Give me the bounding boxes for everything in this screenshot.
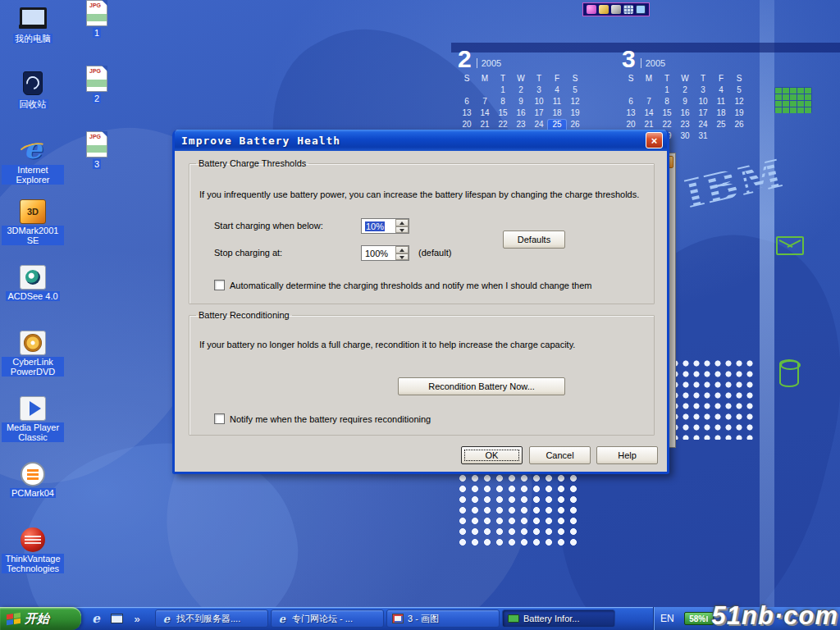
taskbar-task-button[interactable]: 找不到服务器.... bbox=[155, 609, 268, 628]
desktop-icon-image bbox=[18, 68, 48, 98]
stop-threshold-spinner[interactable]: 100% bbox=[361, 245, 409, 261]
desktop-icon[interactable]: 回收站 bbox=[2, 68, 64, 134]
close-icon[interactable] bbox=[646, 132, 663, 148]
watermark: 51nb·com bbox=[712, 601, 838, 630]
desktop-icon-label: PCMark04 bbox=[10, 488, 56, 498]
language-indicator[interactable]: EN bbox=[660, 613, 674, 624]
jpg-file-icon bbox=[86, 0, 107, 26]
spin-down-icon[interactable] bbox=[395, 253, 409, 261]
desktop-file-label: 2 bbox=[93, 94, 101, 103]
defaults-button[interactable]: Defaults bbox=[503, 231, 565, 249]
calendar-day: 18 bbox=[712, 108, 730, 120]
calendar-year: 2005 bbox=[641, 58, 665, 68]
battery-tray-icon[interactable]: 58% bbox=[684, 612, 714, 625]
desktop-file-icon[interactable]: 3 bbox=[77, 131, 116, 197]
spin-up-icon[interactable] bbox=[395, 219, 409, 226]
calendar-day: 10 bbox=[694, 97, 712, 108]
jpg-file-icon bbox=[86, 131, 107, 158]
desktop-icon[interactable]: CyberLink PowerDVD bbox=[2, 331, 64, 396]
cancel-button[interactable]: Cancel bbox=[529, 446, 591, 464]
calendar-day: 1 bbox=[494, 85, 512, 97]
calendar-day: 24 bbox=[694, 120, 712, 131]
spin-down-icon[interactable] bbox=[395, 226, 409, 234]
notify-reconditioning-checkbox[interactable]: Notify me when the battery requires reco… bbox=[214, 413, 431, 424]
desktop-icon[interactable]: PCMark04 bbox=[2, 462, 64, 527]
desktop-file-icon[interactable]: 1 bbox=[77, 0, 116, 66]
desktop-icon[interactable]: Internet Explorer bbox=[2, 134, 64, 199]
windows-logo-icon bbox=[7, 612, 21, 624]
calendar-day: 30 bbox=[676, 131, 694, 143]
calendar-day-header: F bbox=[712, 74, 730, 85]
calendar-day: 4 bbox=[548, 85, 566, 97]
calendar-day: 31 bbox=[694, 131, 712, 143]
calendar-day: 19 bbox=[566, 108, 584, 120]
task-label: 3 - 画图 bbox=[408, 613, 439, 625]
quick-launch-icon[interactable] bbox=[88, 610, 104, 627]
taskbar-task-area: 找不到服务器.... 专门网论坛 - ... 3 - 画图 Battery In… bbox=[153, 607, 653, 630]
calendar-day: 17 bbox=[530, 108, 548, 120]
group-caption: Battery Charge Thresholds bbox=[196, 158, 308, 168]
stop-threshold-value[interactable]: 100% bbox=[362, 246, 395, 260]
desktop-file-icon[interactable]: 2 bbox=[77, 66, 116, 131]
spin-up-icon[interactable] bbox=[395, 246, 409, 253]
desktop-icon[interactable]: ACDSee 4.0 bbox=[2, 265, 64, 331]
calendar-day-header: M bbox=[476, 74, 494, 85]
calendar-day: 2 bbox=[676, 85, 694, 97]
dots-pattern-right bbox=[671, 359, 753, 440]
calendar-day: 11 bbox=[548, 97, 566, 108]
battery-reconditioning-group: Battery Reconditioning If your battery n… bbox=[189, 310, 655, 436]
cylinder-icon bbox=[779, 359, 799, 387]
mini-toolbar-icon[interactable] bbox=[636, 5, 646, 14]
mini-toolbar-icon[interactable] bbox=[587, 5, 596, 14]
desktop-icon[interactable]: 我的电脑 bbox=[2, 2, 64, 68]
desktop-icon[interactable]: ThinkVantage Technologies bbox=[2, 527, 64, 593]
desktop-icon-image bbox=[20, 199, 46, 224]
calendar-day: 3 bbox=[530, 85, 548, 97]
start-button-label: 开始 bbox=[25, 611, 49, 627]
calendar-day bbox=[730, 131, 748, 143]
checkbox-box[interactable] bbox=[214, 413, 225, 424]
mini-toolbar-icon[interactable] bbox=[611, 5, 621, 14]
dots-pattern-bottom bbox=[458, 474, 582, 548]
desktop-icon-image bbox=[18, 2, 48, 32]
taskbar-task-button[interactable]: 专门网论坛 - ... bbox=[271, 609, 384, 628]
start-button[interactable]: 开始 bbox=[0, 607, 81, 630]
stop-charging-label: Stop charging at: bbox=[214, 248, 282, 258]
dialog-titlebar[interactable]: Improve Battery Health bbox=[175, 130, 667, 151]
desktop-icon-image bbox=[21, 462, 45, 486]
calendar-day: 17 bbox=[694, 108, 712, 120]
mini-toolbar-icon[interactable] bbox=[623, 5, 633, 14]
start-threshold-value[interactable]: 10% bbox=[365, 221, 385, 231]
calendar-day-header: S bbox=[566, 74, 584, 85]
taskbar-task-button[interactable]: Battery Infor... bbox=[502, 609, 615, 628]
desktop-icon[interactable]: 3DMark2001 SE bbox=[2, 199, 64, 265]
start-threshold-spinner[interactable]: 10% bbox=[361, 218, 409, 234]
help-button[interactable]: Help bbox=[596, 446, 658, 464]
calendar-day-header: T bbox=[494, 74, 512, 85]
thresholds-description: If you infrequently use battery power, y… bbox=[199, 189, 646, 199]
ok-button[interactable]: OK bbox=[461, 446, 523, 464]
calendar-day: 15 bbox=[658, 108, 676, 120]
desktop-icon-label: ThinkVantage Technologies bbox=[2, 554, 64, 573]
quick-launch-icon[interactable] bbox=[129, 610, 145, 627]
desktop-icon[interactable]: Media Player Classic bbox=[2, 396, 64, 462]
calendar-day-header: M bbox=[640, 74, 658, 85]
task-icon bbox=[161, 613, 172, 624]
mini-toolbar-icon[interactable] bbox=[599, 5, 609, 14]
checkbox-box[interactable] bbox=[214, 280, 225, 290]
calendar-day: 7 bbox=[640, 97, 658, 108]
desktop-file-column: 1 2 3 bbox=[77, 0, 116, 197]
desktop-icon-label: Media Player Classic bbox=[2, 422, 64, 442]
recondition-battery-button[interactable]: Recondition Battery Now... bbox=[398, 377, 565, 395]
calendar-day-header: S bbox=[622, 74, 640, 85]
jpg-file-icon bbox=[86, 66, 107, 92]
quick-launch-icon[interactable] bbox=[108, 610, 125, 627]
desktop-mini-toolbar[interactable] bbox=[582, 2, 650, 16]
auto-determine-checkbox[interactable]: Automatically determine the charging thr… bbox=[214, 280, 591, 290]
taskbar-task-button[interactable]: 3 - 画图 bbox=[386, 609, 500, 628]
calendar-day bbox=[476, 85, 494, 97]
reconditioning-description: If your battery no longer holds a full c… bbox=[199, 340, 646, 349]
calendar-day: 14 bbox=[640, 108, 658, 120]
desktop-icon-label: Internet Explorer bbox=[2, 165, 64, 185]
calendar-day: 13 bbox=[458, 108, 476, 120]
